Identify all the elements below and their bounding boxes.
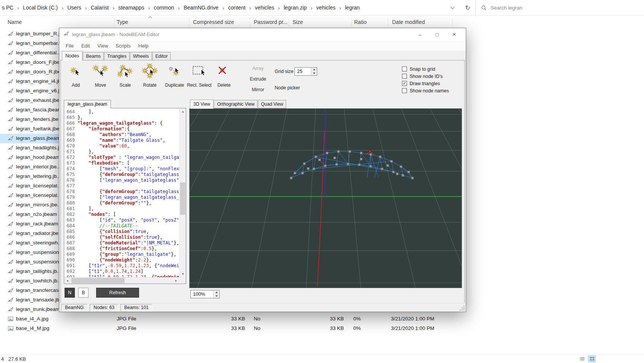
breadcrumb-item[interactable]: BeamNG.drive bbox=[182, 3, 220, 12]
menu-edit[interactable]: Edit bbox=[78, 41, 93, 50]
code-line[interactable]: 693 ["t1l",0.59,1.72,1.23, {"nodeWeight"… bbox=[65, 274, 179, 277]
tool-scale[interactable]: Scale bbox=[113, 62, 138, 93]
option-draw-triangles[interactable]: ✓Draw triangles bbox=[402, 80, 449, 87]
scroll-right-button[interactable]: ► bbox=[173, 277, 179, 284]
search-box[interactable] bbox=[475, 0, 644, 15]
code-line[interactable]: 686 {"selfCollision":true}, bbox=[65, 235, 179, 240]
code-line[interactable]: 669 "name":"Tailgate Glass", bbox=[65, 138, 179, 143]
node-picker-button[interactable]: Node picker bbox=[275, 85, 300, 90]
resize-grip[interactable] bbox=[460, 306, 465, 311]
close-button[interactable]: × bbox=[446, 28, 463, 41]
code-line[interactable]: 688 {"frictionCoef":0.5}, bbox=[65, 246, 179, 252]
3d-viewport[interactable] bbox=[189, 108, 462, 288]
column-header-date-modified[interactable]: Date modified bbox=[392, 19, 425, 25]
vertical-scrollbar-thumb[interactable] bbox=[180, 182, 185, 215]
code-line[interactable]: 671 }, bbox=[65, 149, 179, 155]
code-line[interactable]: 674 ["mesh", "[group]:", "nonFlexMateria… bbox=[65, 166, 179, 172]
code-line[interactable]: 689 {"group":"legran_tailgate"}, bbox=[65, 252, 179, 257]
n-toggle-button[interactable]: N bbox=[65, 288, 75, 298]
scroll-up-button[interactable]: ▲ bbox=[180, 108, 186, 115]
file-tab[interactable]: legran_glass.jbeam bbox=[64, 100, 111, 108]
code-line[interactable]: 687 {"nodeMaterial":"|NM_METAL"}, bbox=[65, 240, 179, 246]
scroll-down-button[interactable]: ▼ bbox=[180, 271, 186, 277]
tool-add[interactable]: Add bbox=[63, 62, 88, 93]
code-line[interactable]: 677 bbox=[65, 183, 179, 189]
code-line[interactable]: 664 ], bbox=[65, 109, 179, 115]
code-line[interactable]: 676 ["legran_wagon_tailgateglass", ["leg… bbox=[65, 178, 179, 183]
code-line[interactable]: 667 "information":{ bbox=[65, 126, 179, 132]
code-line[interactable]: 670 "value":80, bbox=[65, 143, 179, 149]
title-bar[interactable]: legran_glass.jbeam - NodeBEAM Editor – □… bbox=[59, 28, 466, 41]
code-line[interactable]: 692 ["t1",0.0,1.74,1.24] bbox=[65, 269, 179, 274]
code-line[interactable]: 684 //--TAILGATE-- bbox=[65, 223, 179, 229]
tab-editor[interactable]: Editor bbox=[152, 52, 171, 60]
view-tab-quad-view[interactable]: Quad View bbox=[258, 100, 286, 108]
tool-move[interactable]: Move bbox=[88, 62, 113, 93]
code-line[interactable]: 679 ["legran_wagon_tailgateglass_int", [… bbox=[65, 195, 179, 200]
vertical-scrollbar[interactable]: ▲ ▼ bbox=[179, 108, 186, 277]
tool-duplicate[interactable]: Duplicate bbox=[162, 62, 187, 93]
file-row[interactable]: base_i4_A.jpgJPG File33 KBNo33 KB0%3/21/… bbox=[0, 314, 456, 324]
minimize-button[interactable]: – bbox=[411, 28, 429, 41]
code-area[interactable]: 664 ],665},666"legran_wagon_tailgateglas… bbox=[65, 109, 179, 277]
menu-scripts[interactable]: Scripts bbox=[112, 41, 134, 50]
code-line[interactable]: 690 {"nodeWeight":2.2}, bbox=[65, 257, 179, 263]
large-icons-view-icon[interactable] bbox=[588, 355, 596, 362]
zoom-up-button[interactable] bbox=[214, 290, 219, 295]
op-extrude[interactable]: Extrude bbox=[246, 76, 270, 82]
file-row[interactable]: base_i4_M.jpgJPG File33 KBNo33 KB0%3/21/… bbox=[0, 324, 456, 333]
code-line[interactable]: 668 "authors":"BeamNG", bbox=[65, 132, 179, 138]
code-line[interactable]: 691 ["t1r",-0.59,1.72,1.23, {"nodeWeight… bbox=[65, 263, 179, 269]
breadcrumb-item[interactable]: common bbox=[153, 3, 176, 12]
view-tab-3d-view[interactable]: 3D View bbox=[190, 100, 214, 109]
horizontal-scrollbar-thumb[interactable] bbox=[71, 278, 125, 283]
column-header-type[interactable]: Type bbox=[117, 19, 128, 25]
spin-up-button[interactable] bbox=[311, 68, 317, 72]
code-line[interactable]: 680 {"deformGroup":""}, bbox=[65, 200, 179, 206]
breadcrumb-item[interactable]: vehicles bbox=[254, 3, 275, 12]
tool-rect-select[interactable]: Rect. Select bbox=[187, 62, 212, 93]
code-line[interactable]: 673 "flexbodies": [ bbox=[65, 160, 179, 166]
details-view-icon[interactable] bbox=[578, 355, 586, 362]
option-show-node-names[interactable]: Show node names bbox=[402, 87, 449, 94]
menu-help[interactable]: Help bbox=[134, 41, 152, 50]
breadcrumb-item[interactable]: Local Disk (C:) bbox=[22, 3, 59, 12]
zoom-input[interactable]: 100% bbox=[190, 290, 220, 298]
code-line[interactable]: 672 "slotType" : "legran_wagon_tailgateg… bbox=[65, 155, 179, 160]
grid-size-input[interactable]: 25 bbox=[294, 67, 317, 76]
breadcrumb-item[interactable]: vehicles bbox=[315, 3, 337, 12]
code-line[interactable]: 666"legran_wagon_tailgateglass": { bbox=[65, 120, 179, 126]
tab-triangles[interactable]: Triangles bbox=[104, 52, 130, 60]
breadcrumb-item[interactable]: legran.zip bbox=[283, 3, 308, 12]
search-input[interactable] bbox=[491, 5, 627, 11]
code-line[interactable]: 675 {"deformGroup":"tailgateglass_breal bbox=[65, 172, 179, 178]
address-refresh-button[interactable]: ↻ bbox=[460, 0, 475, 15]
column-header-ratio[interactable]: Ratio bbox=[354, 19, 367, 25]
tool-rotate[interactable]: Rotate bbox=[138, 62, 162, 93]
option-snap-to-grid[interactable]: Snap to grid bbox=[402, 65, 449, 73]
code-line[interactable]: 682 "nodes": [ bbox=[65, 212, 179, 217]
breadcrumb-item[interactable]: Calarist bbox=[90, 3, 110, 12]
code-line[interactable]: 683 ["id", "posX", "posY", "posZ"], bbox=[65, 217, 179, 223]
code-line[interactable]: 678 {"deformGroup":"tailgateglass_breal bbox=[65, 189, 179, 195]
tab-beams[interactable]: Beams bbox=[83, 52, 104, 60]
breadcrumb-item[interactable]: s PC bbox=[1, 3, 14, 12]
scroll-left-button[interactable]: ◄ bbox=[64, 277, 71, 284]
op-mirror[interactable]: Mirror bbox=[246, 86, 270, 93]
horizontal-scrollbar[interactable]: ◄ ► bbox=[64, 277, 179, 284]
maximize-button[interactable]: □ bbox=[429, 28, 446, 41]
b-toggle-button[interactable]: B bbox=[78, 288, 89, 298]
code-line[interactable]: 685 {"collision":true, bbox=[65, 229, 179, 235]
tab-nodes[interactable]: Nodes bbox=[62, 51, 82, 61]
column-header-compressed-size[interactable]: Compressed size bbox=[193, 19, 234, 25]
code-editor[interactable]: 664 ],665},666"legran_wagon_tailgateglas… bbox=[64, 108, 186, 284]
code-line[interactable]: 681 ], bbox=[65, 206, 179, 212]
tab-wheels[interactable]: Wheels bbox=[130, 52, 152, 60]
zoom-down-button[interactable] bbox=[214, 295, 219, 298]
breadcrumb-item[interactable]: Users bbox=[66, 3, 82, 12]
column-header-password[interactable]: Password pr... bbox=[254, 19, 288, 25]
option-show-node-id-s[interactable]: Show node ID's bbox=[402, 73, 449, 80]
code-line[interactable]: 665}, bbox=[65, 115, 179, 120]
column-header-name[interactable]: Name bbox=[8, 19, 22, 25]
tool-delete[interactable]: Delete bbox=[212, 62, 236, 93]
